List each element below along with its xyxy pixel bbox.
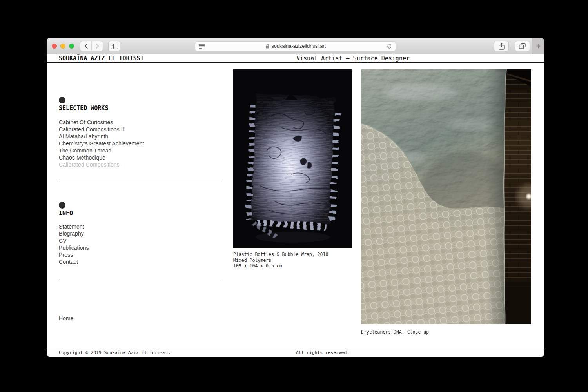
selected-works-heading: SELECTED WORKS (59, 105, 108, 112)
sidebar-item-calibrated-compositions-active[interactable]: Calibrated Compositions (59, 161, 216, 168)
sidebar-item-statement[interactable]: Statement (59, 223, 216, 230)
sidebar-toggle-button[interactable] (108, 41, 120, 51)
url-text: soukaina-azizelidrissi.art (272, 44, 326, 49)
sidebar-divider (59, 279, 220, 279)
figure-caption: Plastic Bottles & Bubble Wrap, 2010 Mixe… (233, 252, 328, 269)
forward-button[interactable] (92, 41, 103, 51)
tabs-icon (519, 43, 526, 49)
sidebar-item-cabinet-of-curiosities[interactable]: Cabinet Of Curiosities (59, 119, 216, 126)
back-button[interactable] (80, 41, 92, 51)
sidebar-item-al-mataha-labyrinth[interactable]: Al Mataha/Labyrinth (59, 133, 216, 140)
sidebar-item-home[interactable]: Home (59, 315, 73, 322)
caption-material: Mixed Polymers (233, 258, 271, 263)
sidebar-divider (59, 181, 220, 181)
site-title[interactable]: SOUKAÏNA AZIZ EL IDRISSI (59, 55, 144, 62)
content-divider (221, 63, 221, 348)
selected-works-list: Cabinet Of Curiosities Calibrated Compos… (59, 119, 216, 168)
site-header: SOUKAÏNA AZIZ EL IDRISSI Visual Artist —… (47, 54, 544, 63)
nav-button-group (80, 41, 103, 51)
share-button[interactable] (494, 41, 509, 51)
sidebar-item-chemistrys-greatest-achievement[interactable]: Chemistry's Greatest Achievement (59, 140, 216, 147)
artwork-image-plastic-bottles (233, 69, 352, 248)
sidebar-item-biography[interactable]: Biography (59, 230, 216, 237)
chevron-left-icon (84, 44, 88, 49)
web-page: SOUKAÏNA AZIZ EL IDRISSI Visual Artist —… (47, 54, 544, 357)
caption-dimensions: 109 x 104 x 0.5 cm (233, 263, 282, 269)
close-button[interactable] (52, 44, 57, 49)
share-icon (499, 43, 505, 50)
sidebar-item-cv[interactable]: CV (59, 237, 216, 244)
reload-icon[interactable] (387, 44, 392, 49)
info-list: Statement Biography CV Publications Pres… (59, 223, 216, 265)
zoom-button[interactable] (69, 44, 74, 49)
new-tab-button[interactable]: + (532, 38, 544, 54)
browser-toolbar: soukaina-azizelidrissi.art + (47, 38, 544, 54)
minimize-button[interactable] (60, 44, 65, 49)
lock-icon (266, 44, 269, 49)
sidebar-item-chaos-methodique[interactable]: Chaos Méthodique (59, 154, 216, 161)
sidebar-icon (111, 44, 118, 49)
sidebar-item-the-common-thread[interactable]: The Common Thread (59, 147, 216, 154)
works-bullet-dot-icon (59, 97, 65, 103)
caption-title: Plastic Bottles & Bubble Wrap, 2010 (233, 252, 328, 257)
info-bullet-dot-icon (59, 202, 65, 209)
caption-title: Drycleaners DNA, Close-up (361, 329, 429, 335)
sidebar-item-publications[interactable]: Publications (59, 244, 216, 251)
sidebar-item-press[interactable]: Press (59, 251, 216, 258)
figure-caption: Drycleaners DNA, Close-up (361, 329, 429, 335)
address-bar[interactable]: soukaina-azizelidrissi.art (195, 41, 396, 51)
desktop-background: soukaina-azizelidrissi.art + SOUKAÏNA AZ… (0, 0, 588, 392)
footer-copyright: Copyright © 2019 Soukaïna Aziz El Idriss… (59, 350, 171, 355)
sidebar-item-calibrated-compositions-iii[interactable]: Calibrated Compositions III (59, 126, 216, 133)
info-heading: INFO (59, 210, 73, 217)
footer-divider (47, 348, 544, 348)
site-subtitle: Visual Artist — Surface Designer (296, 55, 410, 62)
plus-icon: + (536, 42, 541, 51)
browser-window: soukaina-azizelidrissi.art + SOUKAÏNA AZ… (47, 38, 544, 357)
tab-overview-button[interactable] (515, 41, 530, 51)
chevron-right-icon (96, 44, 99, 49)
footer-rights: All rights reserved. (296, 350, 349, 355)
sidebar-item-contact[interactable]: Contact (59, 258, 216, 265)
reader-icon[interactable] (199, 44, 205, 49)
artwork-image-drycleaners-dna (361, 69, 531, 324)
